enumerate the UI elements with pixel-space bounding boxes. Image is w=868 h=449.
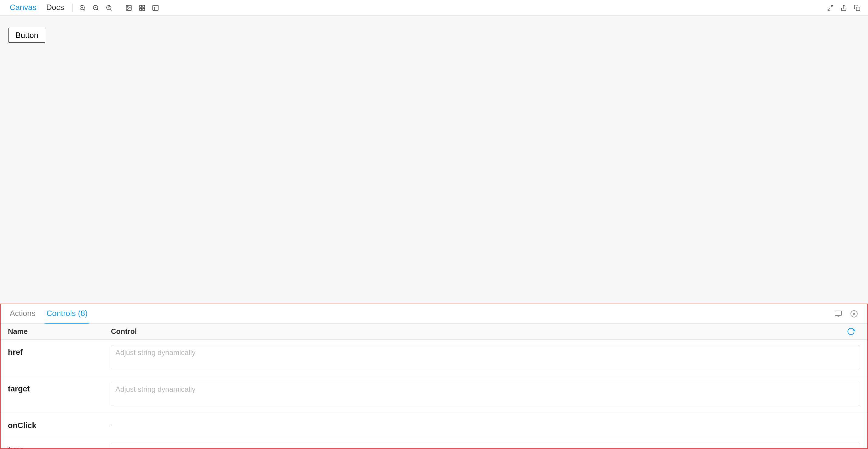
svg-point-10 — [128, 6, 128, 7]
svg-line-1 — [84, 9, 85, 10]
toolbar: Canvas Docs — [0, 0, 868, 16]
control-name-target: target — [8, 382, 111, 393]
toolbar-right-icons — [824, 2, 863, 14]
bottom-panel-tab-bar: Actions Controls (8) — [1, 304, 867, 324]
zoom-reset-button[interactable] — [103, 2, 115, 14]
control-value-onclick: - — [111, 418, 860, 430]
type-select[interactable]: Select... button submit reset — [111, 443, 860, 448]
grid-button[interactable] — [136, 2, 148, 14]
control-row-href: href — [1, 340, 867, 376]
name-column-header: Name — [8, 327, 111, 336]
tab-controls[interactable]: Controls (8) — [44, 304, 89, 324]
svg-rect-22 — [835, 311, 842, 315]
tab-actions[interactable]: Actions — [8, 304, 37, 324]
target-textarea[interactable] — [111, 382, 860, 406]
svg-line-19 — [828, 8, 830, 10]
control-name-type: type — [8, 443, 111, 448]
tab-canvas[interactable]: Canvas — [5, 0, 41, 17]
svg-line-5 — [97, 9, 98, 10]
svg-rect-15 — [153, 5, 158, 10]
toolbar-zoom-icons — [76, 2, 115, 14]
href-textarea[interactable] — [111, 345, 860, 369]
tab-docs[interactable]: Docs — [41, 0, 69, 17]
layout-button[interactable] — [149, 2, 161, 14]
monitor-icon[interactable] — [832, 308, 844, 320]
svg-rect-21 — [856, 7, 860, 10]
fullscreen-button[interactable] — [824, 2, 836, 14]
svg-rect-11 — [140, 5, 142, 7]
control-row-type: type Select... button submit reset ▾ — [1, 437, 867, 448]
toolbar-tabs: Canvas Docs — [5, 0, 69, 17]
svg-rect-12 — [143, 5, 145, 7]
share-button[interactable] — [838, 2, 850, 14]
preview-button[interactable]: Button — [8, 28, 45, 43]
copy-button[interactable] — [851, 2, 863, 14]
control-name-href: href — [8, 345, 111, 357]
control-column-header: Control — [111, 327, 842, 336]
svg-rect-14 — [143, 8, 145, 10]
image-button[interactable] — [123, 2, 135, 14]
control-value-href — [111, 345, 860, 371]
zoom-in-button[interactable] — [76, 2, 89, 14]
bottom-panel: Actions Controls (8) Name Control — [0, 303, 868, 449]
toolbar-divider — [72, 4, 73, 12]
bottom-panel-action-icons — [832, 308, 860, 320]
control-value-target — [111, 382, 860, 407]
svg-rect-13 — [140, 8, 142, 10]
control-row-onclick: onClick - — [1, 413, 867, 437]
type-select-wrapper: Select... button submit reset ▾ — [111, 443, 860, 448]
close-panel-button[interactable] — [848, 308, 860, 320]
control-name-onclick: onClick — [8, 418, 111, 430]
controls-table-header: Name Control — [1, 324, 867, 340]
refresh-controls-button[interactable] — [842, 327, 860, 336]
canvas-area: Button — [0, 16, 868, 303]
zoom-out-button[interactable] — [90, 2, 102, 14]
svg-line-18 — [831, 5, 833, 7]
svg-line-8 — [111, 9, 112, 10]
toolbar-view-icons — [123, 2, 161, 14]
control-row-target: target — [1, 376, 867, 413]
controls-table: Name Control href target onClick — [1, 324, 867, 448]
